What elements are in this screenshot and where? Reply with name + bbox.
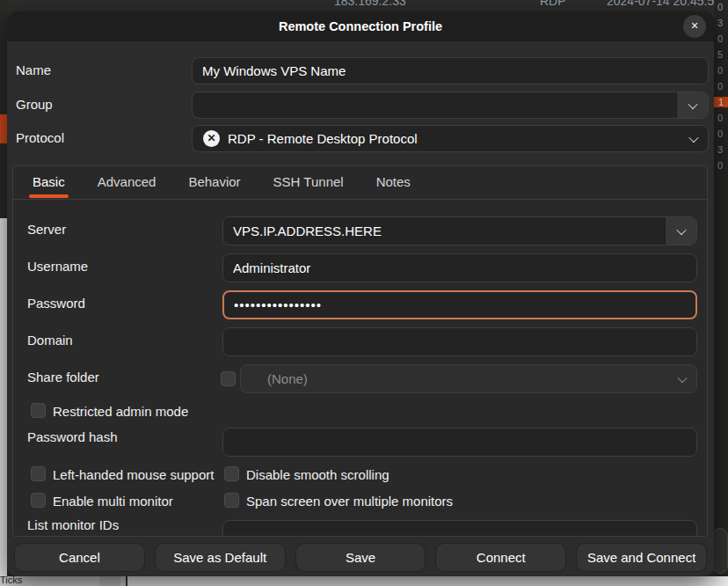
span-screen-checkbox[interactable] [224, 493, 239, 508]
domain-label: Domain [27, 333, 73, 348]
group-combobox [192, 92, 709, 119]
list-monitor-ids-field[interactable] [222, 520, 697, 537]
disable-smooth-scrolling-label: Disable smooth scrolling [246, 467, 389, 482]
background-digit: 0 [717, 128, 723, 139]
tab-advanced[interactable]: Advanced [96, 166, 158, 200]
chevron-down-icon [688, 99, 697, 108]
dialog-headerbar: Remote Connection Profile × [7, 11, 714, 41]
background-server-cell: 183.169.2.33 [334, 0, 406, 8]
save-and-connect-button[interactable]: Save and Connect [576, 543, 707, 572]
server-field[interactable] [223, 217, 665, 245]
enable-multi-monitor-label: Enable multi monitor [53, 494, 173, 509]
share-folder-checkbox[interactable] [221, 371, 236, 386]
share-folder-value: (None) [251, 371, 679, 386]
rdp-protocol-icon: ✕ [203, 130, 220, 147]
close-icon: × [691, 18, 698, 33]
server-dropdown-button[interactable] [665, 217, 696, 245]
server-label: Server [27, 222, 66, 237]
tab-ssh-tunnel[interactable]: SSH Tunnel [272, 166, 346, 200]
dialog-title: Remote Connection Profile [7, 11, 714, 41]
password-field[interactable] [222, 290, 697, 319]
password-label: Password [27, 296, 85, 311]
share-folder-label: Share folder [27, 370, 99, 385]
password-hash-field[interactable] [222, 428, 697, 457]
background-digit: 3 [717, 18, 723, 28]
background-table-row: 183.169.2.33 RDP 2024-07-14 20:45:5 [0, 0, 728, 11]
background-protocol-cell: RDP [540, 0, 566, 8]
disable-smooth-scrolling-checkbox[interactable] [224, 466, 239, 481]
background-left-edge [0, 0, 7, 586]
background-digit: 0 [717, 160, 723, 171]
background-button-edge [712, 528, 728, 574]
tab-notes[interactable]: Notes [375, 166, 412, 200]
name-field[interactable] [192, 57, 709, 84]
group-field[interactable] [193, 92, 676, 118]
cancel-button[interactable]: Cancel [14, 543, 145, 572]
chevron-down-icon [676, 224, 686, 234]
server-combobox [222, 216, 697, 245]
restricted-admin-checkbox[interactable] [31, 403, 46, 418]
background-digit: 0 [717, 81, 723, 92]
background-right-column: 0 3 0 5 0 0 1 0 0 3 0 [714, 0, 728, 586]
tab-behavior[interactable]: Behavior [186, 166, 242, 200]
protocol-value: RDP - Remote Desktop Protocol [228, 131, 690, 146]
background-scrollbar-thumb [99, 576, 120, 586]
protocol-label: Protocol [16, 130, 64, 145]
username-label: Username [27, 259, 88, 274]
background-digit: 5 [717, 49, 723, 60]
share-folder-select: (None) [240, 364, 697, 393]
left-handed-mouse-checkbox[interactable] [31, 466, 46, 481]
background-bottom-strip: Ticks [0, 576, 728, 586]
restricted-admin-label: Restricted admin mode [53, 404, 188, 419]
chevron-down-icon [688, 132, 698, 142]
group-dropdown-button[interactable] [676, 92, 708, 118]
background-ticks-label: Ticks [0, 576, 22, 585]
connect-button[interactable]: Connect [435, 543, 566, 572]
protocol-select[interactable]: ✕ RDP - Remote Desktop Protocol [192, 125, 709, 152]
group-label: Group [16, 97, 53, 112]
tab-basic[interactable]: Basic [31, 166, 67, 200]
background-left-light-pane [0, 218, 7, 586]
background-date-cell: 2024-07-14 20:45:5 [607, 0, 714, 8]
tab-bar: Basic Advanced Behavior SSH Tunnel Notes [13, 166, 707, 200]
background-digit-highlighted: 1 [714, 97, 728, 107]
username-field[interactable] [222, 253, 697, 282]
close-button[interactable]: × [683, 15, 706, 38]
background-digit: 0 [717, 113, 723, 123]
chevron-down-icon [677, 372, 687, 382]
settings-notebook: Basic Advanced Behavior SSH Tunnel Notes… [12, 165, 708, 537]
span-screen-label: Span screen over multiple monitors [246, 494, 453, 509]
dialog-button-bar: Cancel Save as Default Save Connect Save… [14, 543, 707, 572]
list-monitor-ids-label: List monitor IDs [27, 517, 119, 532]
domain-field[interactable] [222, 327, 697, 356]
background-pane-divider [126, 576, 127, 586]
background-digit: 0 [717, 2, 723, 12]
save-as-default-button[interactable]: Save as Default [155, 543, 286, 572]
background-digit: 0 [717, 65, 723, 76]
remote-connection-profile-dialog: Remote Connection Profile × Name Group P… [7, 11, 714, 576]
password-hash-label: Password hash [27, 429, 118, 444]
background-digit: 0 [717, 33, 723, 44]
background-digit: 3 [717, 144, 723, 155]
background-left-orange-block [0, 114, 7, 143]
name-label: Name [16, 62, 51, 77]
enable-multi-monitor-checkbox[interactable] [31, 493, 46, 508]
left-handed-mouse-label: Left-handed mouse support [53, 467, 214, 482]
save-button[interactable]: Save [295, 543, 426, 572]
